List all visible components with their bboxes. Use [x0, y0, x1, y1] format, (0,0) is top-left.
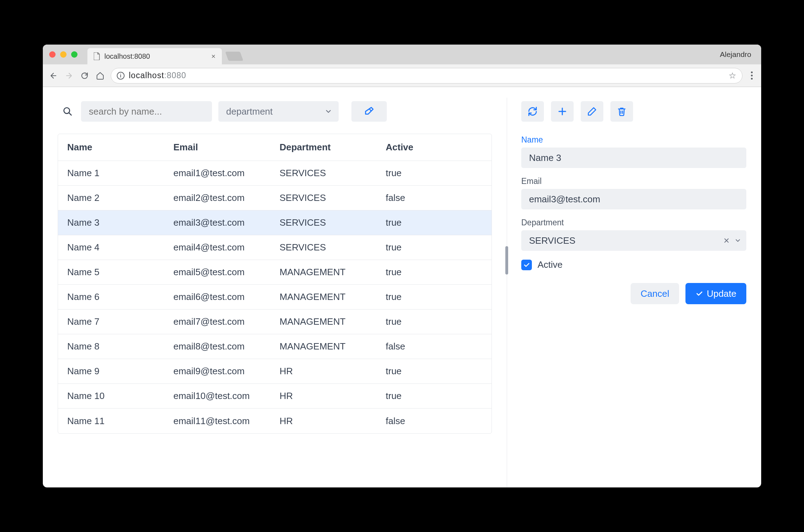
form-group-email: Email	[521, 177, 746, 209]
update-button[interactable]: Update	[685, 283, 746, 304]
table-row[interactable]: Name 4email4@test.comSERVICEStrue	[58, 235, 492, 260]
home-button[interactable]	[95, 71, 105, 81]
check-icon	[695, 290, 703, 297]
cell-active: true	[386, 168, 456, 179]
right-panel: Name Email Department SERVICES	[507, 87, 761, 487]
add-button[interactable]	[551, 101, 574, 122]
chevron-down-icon	[325, 108, 332, 115]
bookmark-icon[interactable]: ☆	[729, 71, 736, 81]
delete-button[interactable]	[610, 101, 633, 122]
clear-button[interactable]	[351, 101, 387, 122]
cell-name: Name 1	[67, 168, 173, 179]
cell-email: email8@test.com	[173, 341, 280, 352]
cell-active: true	[386, 366, 456, 377]
browser-menu-button[interactable]	[748, 71, 756, 80]
cell-department: MANAGEMENT	[280, 291, 386, 302]
name-field[interactable]	[521, 148, 746, 168]
name-label: Name	[521, 135, 746, 145]
profile-name[interactable]: Alejandro	[720, 50, 755, 59]
browser-tab[interactable]: localhost:8080 ×	[87, 48, 222, 64]
cell-name: Name 4	[67, 242, 173, 253]
new-tab-button[interactable]	[225, 52, 243, 61]
cell-active: true	[386, 391, 456, 401]
minimize-window-button[interactable]	[60, 51, 67, 58]
table-header: Name Email Department Active	[58, 134, 492, 161]
cell-active: false	[386, 416, 456, 427]
refresh-icon	[528, 106, 538, 116]
tab-title: localhost:8080	[104, 52, 150, 60]
table-row[interactable]: Name 7email7@test.comMANAGEMENTtrue	[58, 310, 492, 334]
department-select[interactable]: department	[218, 101, 339, 122]
table-row[interactable]: Name 5email5@test.comMANAGEMENTtrue	[58, 260, 492, 285]
cell-department: SERVICES	[280, 242, 386, 253]
cell-department: HR	[280, 391, 386, 401]
user-table: Name Email Department Active Name 1email…	[58, 134, 492, 434]
department-label: Department	[521, 218, 746, 227]
cell-active: false	[386, 341, 456, 352]
form-buttons: Cancel Update	[521, 283, 746, 304]
traffic-lights	[49, 51, 77, 58]
cell-name: Name 3	[67, 217, 173, 228]
app-content: department Name Email Department Active	[43, 87, 761, 487]
reload-button[interactable]	[80, 71, 90, 81]
department-field[interactable]: SERVICES	[521, 230, 746, 251]
table-body[interactable]: Name 1email1@test.comSERVICEStrueName 2e…	[58, 161, 492, 433]
check-icon	[523, 261, 530, 268]
table-row[interactable]: Name 10email10@test.comHRtrue	[58, 384, 492, 409]
email-label: Email	[521, 177, 746, 186]
cancel-button[interactable]: Cancel	[631, 283, 679, 304]
file-icon	[94, 52, 101, 60]
trash-icon	[617, 106, 627, 116]
pencil-icon	[587, 106, 597, 116]
header-department[interactable]: Department	[280, 142, 386, 153]
refresh-button[interactable]	[521, 101, 544, 122]
cell-email: email10@test.com	[173, 391, 280, 401]
site-info-icon[interactable]: i	[117, 72, 125, 80]
browser-window: localhost:8080 × Alejandro i localhost:8…	[43, 45, 761, 487]
cell-active: true	[386, 217, 456, 228]
header-email[interactable]: Email	[173, 142, 280, 153]
table-row[interactable]: Name 11email11@test.comHRfalse	[58, 409, 492, 433]
back-button[interactable]	[48, 71, 58, 81]
cell-department: MANAGEMENT	[280, 267, 386, 278]
table-row[interactable]: Name 1email1@test.comSERVICEStrue	[58, 161, 492, 186]
cell-email: email9@test.com	[173, 366, 280, 377]
edit-button[interactable]	[581, 101, 603, 122]
clear-icon[interactable]	[723, 237, 730, 244]
divider-handle-icon[interactable]	[505, 246, 508, 274]
cell-name: Name 6	[67, 291, 173, 302]
table-row[interactable]: Name 3email3@test.comSERVICEStrue	[58, 210, 492, 235]
search-toolbar: department	[58, 101, 507, 122]
table-row[interactable]: Name 8email8@test.comMANAGEMENTfalse	[58, 334, 492, 359]
cell-department: HR	[280, 416, 386, 427]
action-toolbar	[521, 101, 746, 122]
active-checkbox[interactable]	[521, 260, 532, 270]
cell-email: email1@test.com	[173, 168, 280, 179]
forward-button[interactable]	[64, 71, 74, 81]
close-window-button[interactable]	[49, 51, 56, 58]
chevron-down-icon[interactable]	[734, 237, 741, 244]
left-panel: department Name Email Department Active	[43, 87, 507, 487]
split-divider[interactable]	[507, 98, 507, 487]
cell-department: SERVICES	[280, 217, 386, 228]
cell-department: SERVICES	[280, 192, 386, 203]
cell-active: true	[386, 267, 456, 278]
active-checkbox-row[interactable]: Active	[521, 259, 746, 270]
table-row[interactable]: Name 9email9@test.comHRtrue	[58, 359, 492, 384]
search-input[interactable]	[81, 101, 212, 122]
cell-email: email6@test.com	[173, 291, 280, 302]
cell-department: SERVICES	[280, 168, 386, 179]
table-row[interactable]: Name 2email2@test.comSERVICESfalse	[58, 186, 492, 210]
cell-active: true	[386, 242, 456, 253]
header-name[interactable]: Name	[67, 142, 173, 153]
close-tab-icon[interactable]: ×	[211, 52, 216, 60]
table-row[interactable]: Name 6email6@test.comMANAGEMENTtrue	[58, 285, 492, 310]
active-label: Active	[538, 259, 563, 270]
search-icon	[58, 106, 75, 116]
email-field[interactable]	[521, 189, 746, 209]
header-active[interactable]: Active	[386, 142, 456, 153]
cell-department: HR	[280, 366, 386, 377]
cell-name: Name 11	[67, 416, 173, 427]
maximize-window-button[interactable]	[71, 51, 77, 58]
address-bar[interactable]: i localhost:8080 ☆	[111, 68, 742, 83]
